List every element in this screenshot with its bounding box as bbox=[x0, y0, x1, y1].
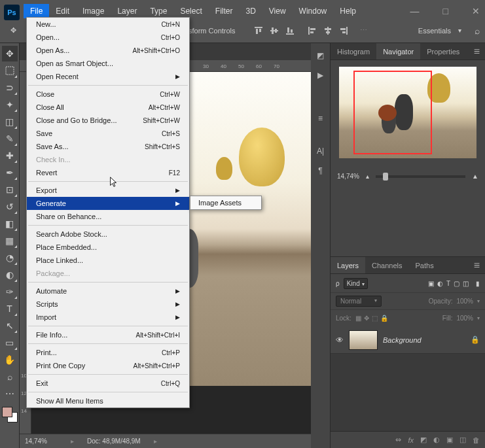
menu-item-scripts[interactable]: Scripts▶ bbox=[27, 298, 189, 311]
maximize-button[interactable]: □ bbox=[438, 3, 454, 19]
filter-shape-icon[interactable]: ▢ bbox=[454, 280, 459, 287]
menu-item-export[interactable]: Export▶ bbox=[27, 184, 189, 197]
stamp-tool[interactable]: ⊡ bbox=[2, 182, 18, 198]
healing-tool[interactable]: ✚ bbox=[2, 148, 18, 164]
character-panel-icon[interactable]: A| bbox=[317, 146, 324, 156]
eraser-tool[interactable]: ◧ bbox=[2, 216, 18, 232]
visibility-icon[interactable]: 👁 bbox=[336, 336, 344, 345]
gradient-tool[interactable]: ▦ bbox=[2, 233, 18, 249]
minimize-button[interactable]: — bbox=[405, 3, 425, 19]
lasso-tool[interactable]: ⊃ bbox=[2, 80, 18, 95]
menu-item-automate[interactable]: Automate▶ bbox=[27, 284, 189, 298]
brush-tool[interactable]: ✒ bbox=[2, 165, 18, 181]
menu-item-file-info[interactable]: File Info...Alt+Shift+Ctrl+I bbox=[27, 328, 189, 341]
filter-smart-icon[interactable]: ◫ bbox=[463, 280, 469, 287]
layer-fx-icon[interactable]: fx bbox=[408, 436, 414, 444]
panel-menu-icon[interactable]: ≡ bbox=[469, 43, 485, 60]
menu-item-save-as[interactable]: Save As...Shift+Ctrl+S bbox=[27, 140, 189, 153]
zoom-out-icon[interactable]: ▴ bbox=[366, 173, 369, 180]
tab-channels[interactable]: Channels bbox=[365, 257, 408, 273]
align-vcenter-icon[interactable] bbox=[267, 24, 281, 38]
menu-item-close-and-go-to-bridge[interactable]: Close and Go to Bridge...Shift+Ctrl+W bbox=[27, 114, 189, 127]
menu-window[interactable]: Window bbox=[293, 4, 334, 18]
layers-panel-menu-icon[interactable]: ≡ bbox=[469, 257, 485, 273]
navigator-zoom-slider[interactable] bbox=[376, 175, 465, 178]
tab-navigator[interactable]: Navigator bbox=[376, 43, 420, 60]
tab-properties[interactable]: Properties bbox=[420, 43, 466, 60]
menu-view[interactable]: View bbox=[262, 4, 293, 18]
navigator-viewbox[interactable] bbox=[353, 71, 432, 154]
hand-tool[interactable]: ✋ bbox=[2, 352, 18, 368]
menu-item-save[interactable]: SaveCtrl+S bbox=[27, 127, 189, 140]
adjustment-layer-icon[interactable]: ◐ bbox=[433, 436, 440, 444]
align-hcenter-icon[interactable] bbox=[321, 24, 335, 38]
menu-file[interactable]: File bbox=[24, 4, 49, 18]
menu-image[interactable]: Image bbox=[76, 4, 111, 18]
menu-item-close[interactable]: CloseCtrl+W bbox=[27, 88, 189, 101]
align-top-icon[interactable] bbox=[251, 24, 266, 38]
layer-item[interactable]: 👁 Background 🔒 bbox=[331, 326, 485, 354]
menu-select[interactable]: Select bbox=[173, 4, 208, 18]
color-swatches[interactable] bbox=[2, 407, 18, 422]
fill-value[interactable]: 100% bbox=[456, 315, 473, 322]
navigator-thumbnail[interactable] bbox=[339, 67, 476, 158]
menu-item-open[interactable]: Open...Ctrl+O bbox=[27, 31, 189, 44]
path-tool[interactable]: ↖ bbox=[2, 318, 18, 334]
menu-item-place-linked[interactable]: Place Linked... bbox=[27, 254, 189, 267]
pen-tool[interactable]: ✑ bbox=[2, 284, 18, 300]
menu-item-share-on-behance[interactable]: Share on Behance... bbox=[27, 210, 189, 223]
menu-item-print-one-copy[interactable]: Print One CopyAlt+Shift+Ctrl+P bbox=[27, 359, 189, 372]
tab-paths[interactable]: Paths bbox=[409, 257, 440, 273]
panel-icon-3[interactable]: ≡ bbox=[318, 114, 323, 123]
tab-layers[interactable]: Layers bbox=[331, 257, 365, 273]
menu-filter[interactable]: Filter bbox=[209, 4, 240, 18]
layer-name[interactable]: Background bbox=[383, 336, 422, 344]
menu-layer[interactable]: Layer bbox=[111, 4, 143, 18]
menu-edit[interactable]: Edit bbox=[49, 4, 76, 18]
navigator-zoom-value[interactable]: 14,74% bbox=[337, 173, 359, 180]
menu-item-revert[interactable]: RevertF12 bbox=[27, 166, 189, 179]
zoom-in-icon[interactable]: ▲ bbox=[472, 173, 478, 180]
layer-thumbnail[interactable] bbox=[349, 330, 378, 350]
lock-position-icon[interactable]: ✥ bbox=[364, 315, 369, 322]
marquee-tool[interactable] bbox=[2, 63, 18, 78]
menu-item-open-recent[interactable]: Open Recent▶ bbox=[27, 70, 189, 83]
paragraph-panel-icon[interactable]: ¶ bbox=[318, 166, 322, 175]
menu-item-import[interactable]: Import▶ bbox=[27, 311, 189, 324]
type-tool[interactable]: T bbox=[2, 301, 18, 317]
shape-tool[interactable]: ▭ bbox=[2, 335, 18, 351]
filter-type-icon[interactable]: T bbox=[446, 280, 450, 287]
lock-pixels-icon[interactable]: ▦ bbox=[355, 315, 361, 322]
delete-layer-icon[interactable]: 🗑 bbox=[473, 436, 480, 444]
menu-item-exit[interactable]: ExitCtrl+Q bbox=[27, 377, 189, 390]
zoom-tool[interactable]: ⌕ bbox=[2, 369, 18, 385]
submenu-item-image-assets[interactable]: Image Assets bbox=[190, 196, 261, 209]
opacity-value[interactable]: 100% bbox=[456, 298, 473, 305]
menu-item-search-adobe-stock[interactable]: Search Adobe Stock... bbox=[27, 228, 189, 241]
menu-3d[interactable]: 3D bbox=[239, 4, 262, 18]
wand-tool[interactable]: ✦ bbox=[2, 97, 18, 112]
crop-tool[interactable]: ◫ bbox=[2, 114, 18, 129]
filter-pixel-icon[interactable]: ▣ bbox=[428, 280, 434, 287]
menu-item-open-as[interactable]: Open As...Alt+Shift+Ctrl+O bbox=[27, 44, 189, 57]
menu-item-generate[interactable]: Generate▶ bbox=[27, 197, 189, 210]
menu-help[interactable]: Help bbox=[333, 4, 363, 18]
workspace-selector[interactable]: Essentials bbox=[412, 25, 465, 37]
filter-adjust-icon[interactable]: ◐ bbox=[437, 280, 443, 287]
lock-artboard-icon[interactable]: ⬚ bbox=[372, 315, 378, 322]
align-right-icon[interactable] bbox=[336, 24, 351, 38]
move-tool[interactable]: ✥ bbox=[2, 46, 18, 61]
layer-filter-kind[interactable]: Kind ▾ bbox=[344, 278, 368, 289]
tab-histogram[interactable]: Histogram bbox=[331, 43, 376, 60]
menu-item-open-as-smart-object[interactable]: Open as Smart Object... bbox=[27, 57, 189, 70]
blend-mode-select[interactable]: Normal ▾ bbox=[336, 296, 382, 307]
dodge-tool[interactable]: ◐ bbox=[2, 267, 18, 283]
zoom-level[interactable]: 14,74% bbox=[25, 438, 58, 445]
blur-tool[interactable]: ◔ bbox=[2, 250, 18, 266]
layer-mask-icon[interactable]: ◩ bbox=[420, 436, 427, 444]
edit-toolbar[interactable]: ⋯ bbox=[2, 386, 18, 402]
eyedropper-tool[interactable]: ✎ bbox=[2, 131, 18, 146]
align-bottom-icon[interactable] bbox=[283, 24, 297, 38]
menu-item-show-all-menu-items[interactable]: Show All Menu Items bbox=[27, 394, 189, 407]
close-button[interactable]: ✕ bbox=[467, 3, 485, 19]
